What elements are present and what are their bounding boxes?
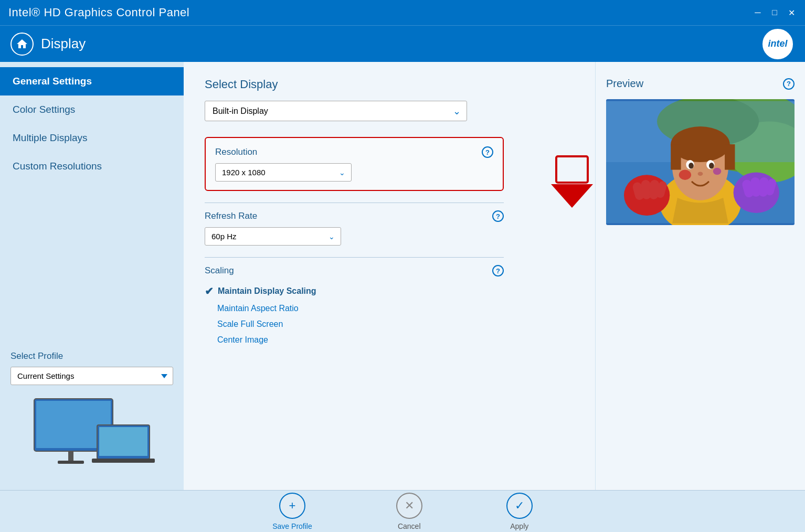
preview-header: Preview ? — [606, 78, 795, 90]
save-profile-icon[interactable]: + — [279, 493, 305, 519]
svg-marker-8 — [551, 184, 593, 208]
svg-rect-7 — [556, 156, 588, 183]
sidebar-item-multiple-displays[interactable]: Multiple Displays — [0, 124, 184, 152]
profile-select[interactable]: Current Settings Profile 1 Profile 2 — [10, 367, 173, 385]
header: Display intel — [0, 25, 805, 62]
sidebar: General Settings Color Settings Multiple… — [0, 62, 184, 490]
svg-rect-6 — [92, 459, 155, 463]
app-title: Intel® HD Graphics Control Panel — [8, 6, 189, 19]
refresh-select-container: 60p Hz 59.94p Hz 30p Hz ⌄ — [205, 227, 341, 246]
apply-icon[interactable]: ✓ — [506, 493, 533, 519]
refresh-rate-header: Refresh Rate ? — [205, 210, 504, 222]
apply-label: Apply — [510, 522, 528, 530]
content-area: Select Display Built-in Display External… — [184, 62, 595, 490]
minimize-button[interactable]: ─ — [753, 8, 763, 18]
svg-rect-5 — [99, 427, 147, 456]
scaling-scale-full[interactable]: Scale Full Screen — [205, 316, 504, 332]
sidebar-item-color-settings[interactable]: Color Settings — [0, 95, 184, 124]
svg-point-21 — [689, 163, 694, 169]
svg-point-25 — [713, 168, 722, 175]
close-button[interactable]: ✕ — [786, 8, 797, 18]
monitor-illustration — [10, 393, 173, 480]
sidebar-item-custom-resolutions[interactable]: Custom Resolutions — [0, 152, 184, 180]
resolution-dropdown[interactable]: 1920 x 1080 1600 x 900 1366 x 768 1280 x… — [215, 163, 352, 182]
bottom-bar: + Save Profile ✕ Cancel ✓ Apply — [0, 490, 805, 532]
select-display-dropdown[interactable]: Built-in Display External Display 1 Exte… — [205, 101, 467, 121]
refresh-rate-label: Refresh Rate — [205, 211, 257, 221]
scaling-label: Scaling — [205, 265, 234, 276]
window-controls: ─ □ ✕ — [753, 8, 797, 18]
scaling-maintain-display[interactable]: ✔ Maintain Display Scaling — [205, 282, 504, 301]
scaling-section: Scaling ? ✔ Maintain Display Scaling Mai… — [205, 257, 504, 348]
scaling-divider — [205, 257, 504, 258]
resolution-select-container: 1920 x 1080 1600 x 900 1366 x 768 1280 x… — [215, 163, 352, 182]
select-profile-label: Select Profile — [10, 351, 173, 361]
apply-action[interactable]: ✓ Apply — [464, 493, 575, 530]
svg-rect-2 — [68, 451, 73, 462]
sidebar-bottom: Select Profile Current Settings Profile … — [0, 341, 184, 490]
preview-title: Preview — [606, 78, 643, 90]
refresh-rate-dropdown[interactable]: 60p Hz 59.94p Hz 30p Hz — [205, 227, 341, 246]
svg-point-23 — [698, 172, 703, 176]
svg-point-24 — [679, 170, 691, 180]
resolution-box: Resolution ? 1920 x 1080 1600 x 900 1366… — [205, 137, 504, 191]
cancel-icon[interactable]: ✕ — [396, 493, 422, 519]
svg-point-22 — [709, 163, 714, 169]
arrow-annotation — [541, 155, 595, 210]
refresh-rate-section: Refresh Rate ? 60p Hz 59.94p Hz 30p Hz ⌄ — [205, 203, 504, 246]
svg-rect-3 — [58, 461, 84, 464]
resolution-header: Resolution ? — [215, 146, 493, 158]
checkmark-icon: ✔ — [205, 285, 214, 297]
maximize-button[interactable]: □ — [769, 8, 780, 18]
scaling-center-image[interactable]: Center Image — [205, 332, 504, 348]
svg-rect-17 — [671, 144, 681, 170]
save-profile-action[interactable]: + Save Profile — [230, 493, 354, 530]
select-display-container: Built-in Display External Display 1 Exte… — [205, 101, 467, 121]
resolution-label: Resolution — [215, 147, 257, 157]
title-bar: Intel® HD Graphics Control Panel ─ □ ✕ — [0, 0, 805, 25]
preview-panel: Preview ? — [595, 62, 805, 490]
save-profile-label: Save Profile — [272, 522, 312, 530]
scaling-help-icon[interactable]: ? — [492, 265, 504, 276]
cancel-label: Cancel — [398, 522, 421, 530]
intel-logo: intel — [761, 27, 795, 61]
preview-image — [606, 99, 795, 225]
cancel-action[interactable]: ✕ Cancel — [354, 493, 464, 530]
scaling-header: Scaling ? — [205, 265, 504, 276]
resolution-help-icon[interactable]: ? — [482, 146, 493, 158]
home-icon[interactable] — [10, 33, 34, 56]
main-layout: General Settings Color Settings Multiple… — [0, 62, 805, 490]
select-display-label: Select Display — [205, 78, 574, 91]
svg-rect-18 — [725, 144, 735, 170]
refresh-divider — [205, 203, 504, 203]
preview-help-icon[interactable]: ? — [783, 78, 795, 90]
scaling-maintain-aspect[interactable]: Maintain Aspect Ratio — [205, 301, 504, 316]
page-title: Display — [41, 36, 86, 52]
sidebar-item-general-settings[interactable]: General Settings — [0, 67, 184, 95]
refresh-help-icon[interactable]: ? — [492, 210, 504, 222]
